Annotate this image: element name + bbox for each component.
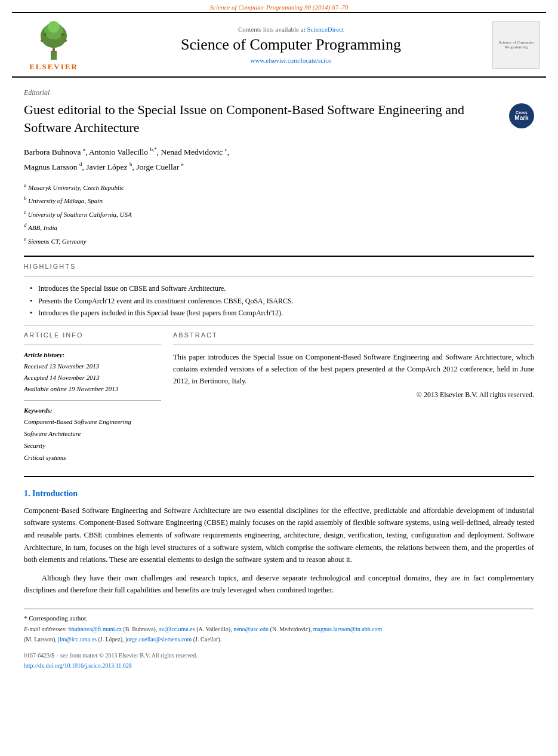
abstract-col: ABSTRACT This paper introduces the Speci… xyxy=(173,331,534,463)
divider-abstract xyxy=(173,345,534,345)
svg-point-8 xyxy=(64,39,67,42)
page: Science of Computer Programming 90 (2014… xyxy=(0,0,558,756)
authors-line: Barbora Buhnova a, Antonio Vallecillo b,… xyxy=(24,145,534,174)
footnote-star: * Corresponding author. xyxy=(24,614,534,622)
journal-header: ELSEVIER Contents lists available at Sci… xyxy=(12,12,546,78)
email-vallecillo[interactable]: av@lcc.uma.es xyxy=(159,626,195,632)
contents-line: Contents lists available at ScienceDirec… xyxy=(90,26,492,33)
highlights-header: HIGHLIGHTS xyxy=(24,263,534,270)
divider-highlights-bottom xyxy=(24,325,534,325)
abstract-header: ABSTRACT xyxy=(173,331,534,339)
article-history-label: Article history: xyxy=(24,351,161,358)
email-medvidovic[interactable]: neno@usc.edu xyxy=(233,626,269,632)
journal-citation: Science of Computer Programming 90 (2014… xyxy=(0,0,558,12)
elsevier-tree-icon xyxy=(27,18,81,61)
keyword-4: Critical systems xyxy=(24,452,161,464)
journal-name: Science of Computer Programming xyxy=(90,35,492,54)
citation-text: Science of Computer Programming 90 (2014… xyxy=(210,4,349,11)
main-content: Editorial Guest editorial to the Special… xyxy=(0,78,558,683)
journal-title-block: Contents lists available at ScienceDirec… xyxy=(90,26,492,63)
crossmark-badge[interactable]: Cross Mark xyxy=(509,103,534,128)
svg-point-6 xyxy=(61,33,64,36)
email-cuellar[interactable]: jorge.cuellar@siemens.com xyxy=(125,636,192,643)
elsevier-brand: ELSEVIER xyxy=(29,62,78,72)
divider-before-intro xyxy=(24,476,534,477)
paper-title: Guest editorial to the Special Issue on … xyxy=(24,101,503,136)
abstract-copyright: © 2013 Elsevier B.V. All rights reserved… xyxy=(173,391,534,399)
email-lopez[interactable]: jlm@lcc.uma.es xyxy=(58,636,97,643)
journal-url[interactable]: www.elsevier.com/locate/scico xyxy=(90,57,492,64)
keyword-1: Component-Based Software Engineering xyxy=(24,416,161,428)
affil-e: Siemens CT, Germany xyxy=(28,237,87,244)
journal-thumbnail: Science of ComputerProgramming xyxy=(492,21,540,69)
divider-article-info xyxy=(24,345,161,345)
title-block: Guest editorial to the Special Issue on … xyxy=(24,101,534,145)
svg-point-7 xyxy=(41,39,43,42)
affil-a: Masaryk University, Czech Republic xyxy=(28,184,124,191)
svg-point-5 xyxy=(43,33,47,36)
crossmark-label: Cross xyxy=(516,110,528,115)
editorial-label: Editorial xyxy=(24,88,534,97)
article-info-header: ARTICLE INFO xyxy=(24,331,161,339)
article-info-col: ARTICLE INFO Article history: Received 1… xyxy=(24,331,161,463)
footnote-emails: E-mail addresses: bbuhnova@fi.muni.cz (B… xyxy=(24,624,534,644)
highlights-list: Introduces the Special Issue on CBSE and… xyxy=(24,282,534,319)
divider-keywords xyxy=(24,400,161,401)
intro-paragraph-2: Although they have their own challenges … xyxy=(24,572,534,597)
intro-title: Introduction xyxy=(32,489,78,498)
available-date: Available online 19 November 2013 xyxy=(24,383,161,395)
highlight-item-3: Introduces the papers included in this S… xyxy=(30,307,534,319)
svg-point-4 xyxy=(48,21,60,33)
affil-d: ABB, India xyxy=(28,224,57,231)
svg-rect-0 xyxy=(51,51,57,60)
received-date: Received 13 November 2013 xyxy=(24,361,161,372)
sciencedirect-link[interactable]: ScienceDirect xyxy=(307,26,344,33)
info-abstract-columns: ARTICLE INFO Article history: Received 1… xyxy=(24,331,534,463)
intro-paragraph-1: Component-Based Software Engineering and… xyxy=(24,505,534,566)
keywords-label: Keywords: xyxy=(24,407,161,414)
bottom-line: 0167-6423/$ – see front matter © 2013 El… xyxy=(24,650,534,671)
highlight-item-1: Introduces the Special Issue on CBSE and… xyxy=(30,282,534,294)
intro-number: 1. xyxy=(24,489,32,498)
keyword-2: Software Architecture xyxy=(24,428,161,440)
abstract-text: This paper introduces the Special Issue … xyxy=(173,351,534,387)
doi-link[interactable]: http://dx.doi.org/10.1016/j.scico.2013.1… xyxy=(24,662,132,669)
accepted-date: Accepted 14 November 2013 xyxy=(24,372,161,383)
affil-c: University of Southern California, USA xyxy=(28,211,132,218)
divider-highlights-top xyxy=(24,276,534,276)
email-buhnova[interactable]: bbuhnova@fi.muni.cz xyxy=(69,626,122,632)
email-larsson[interactable]: magnus.larsson@in.abb.com xyxy=(313,626,383,632)
crossmark-mark: Mark xyxy=(514,115,528,121)
keyword-3: Security xyxy=(24,440,161,452)
footnote-divider xyxy=(24,609,534,610)
intro-header: 1. Introduction xyxy=(24,489,534,499)
affiliations-block: a Masaryk University, Czech Republic b U… xyxy=(24,180,534,247)
highlight-item-2: Presents the CompArch'12 event and its c… xyxy=(30,295,534,307)
issn-text: 0167-6423/$ – see front matter © 2013 El… xyxy=(24,652,198,659)
affil-b: University of Málaga, Spain xyxy=(28,197,103,204)
elsevier-logo: ELSEVIER xyxy=(18,18,90,72)
divider-after-affiliations xyxy=(24,256,534,257)
keywords-list: Component-Based Software Engineering Sof… xyxy=(24,416,161,463)
